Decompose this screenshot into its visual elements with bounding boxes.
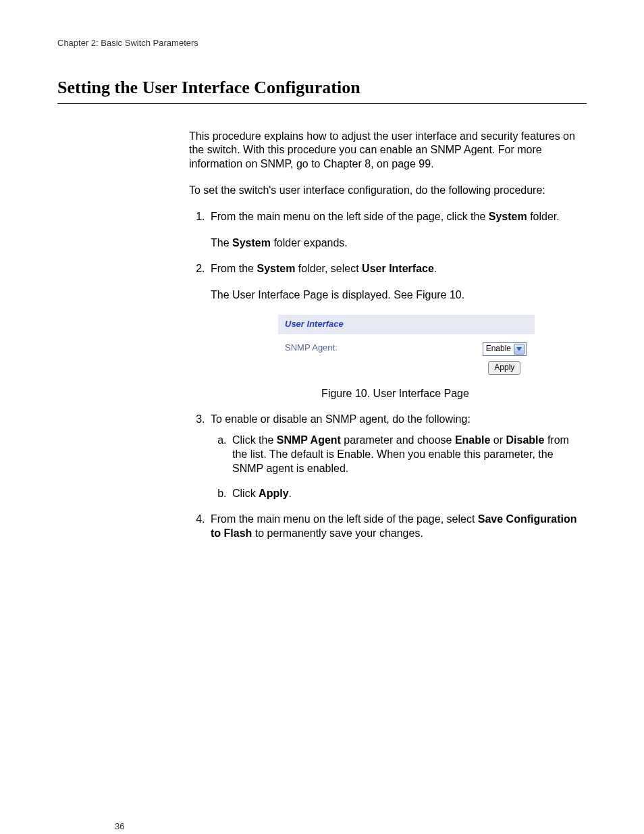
substeps-list: Click the SNMP Agent parameter and choos… — [211, 434, 580, 500]
step-1: From the main menu on the left side of t… — [208, 210, 580, 251]
page-number: 36 — [115, 821, 124, 833]
title-divider — [57, 103, 587, 104]
text: From the main menu on the left side of t… — [211, 513, 478, 525]
text: folder expands. — [271, 237, 348, 249]
text: The — [211, 237, 232, 249]
text: to permanently save your changes. — [252, 527, 423, 539]
bold-disable: Disable — [506, 434, 545, 446]
apply-button[interactable]: Apply — [488, 361, 520, 375]
bold-enable: Enable — [455, 434, 490, 446]
intro-paragraph-2: To set the switch's user interface confi… — [189, 184, 580, 198]
text: . — [289, 488, 292, 499]
text: parameter and choose — [341, 434, 455, 446]
step-3: To enable or disable an SNMP agent, do t… — [208, 413, 580, 500]
bold-system: System — [257, 263, 295, 274]
text: From the — [211, 263, 257, 274]
dropdown-value: Enable — [486, 344, 514, 355]
text: To enable or disable an SNMP agent, do t… — [211, 413, 471, 425]
step-2-result: The User Interface Page is displayed. Se… — [211, 288, 580, 303]
chevron-down-icon — [514, 344, 525, 355]
text: or — [490, 434, 506, 446]
step-2: From the System folder, select User Inte… — [208, 262, 580, 400]
text: folder. — [527, 211, 560, 222]
bold-snmp-agent: SNMP Agent — [277, 434, 341, 446]
chapter-header: Chapter 2: Basic Switch Parameters — [57, 38, 587, 49]
page-title: Setting the User Interface Configuration — [57, 76, 587, 101]
panel-row-snmp: SNMP Agent: Enable Apply — [278, 334, 535, 375]
content-body: This procedure explains how to adjust th… — [189, 130, 580, 541]
panel-header: User Interface — [278, 315, 535, 334]
text: From the main menu on the left side of t… — [211, 211, 489, 222]
bold-system: System — [232, 237, 271, 249]
steps-list: From the main menu on the left side of t… — [189, 210, 580, 541]
text: . — [434, 263, 437, 274]
text: Click the — [232, 434, 277, 446]
step-4: From the main menu on the left side of t… — [208, 513, 580, 541]
substep-a: Click the SNMP Agent parameter and choos… — [230, 434, 580, 475]
substep-b: Click Apply. — [230, 487, 580, 501]
figure-caption: Figure 10. User Interface Page — [211, 387, 580, 401]
bold-apply: Apply — [259, 488, 288, 499]
user-interface-panel: User Interface SNMP Agent: Enable Ap — [278, 315, 535, 384]
bold-system: System — [489, 211, 527, 222]
panel-controls: Enable Apply — [483, 342, 527, 375]
intro-paragraph-1: This procedure explains how to adjust th… — [189, 130, 580, 172]
svg-marker-0 — [516, 347, 522, 351]
figure-10: User Interface SNMP Agent: Enable Ap — [278, 315, 535, 384]
snmp-agent-label: SNMP Agent: — [285, 342, 338, 354]
bold-user-interface: User Interface — [362, 263, 434, 274]
text: folder, select — [295, 263, 362, 274]
snmp-agent-dropdown[interactable]: Enable — [483, 342, 527, 356]
text: Click — [232, 488, 259, 499]
